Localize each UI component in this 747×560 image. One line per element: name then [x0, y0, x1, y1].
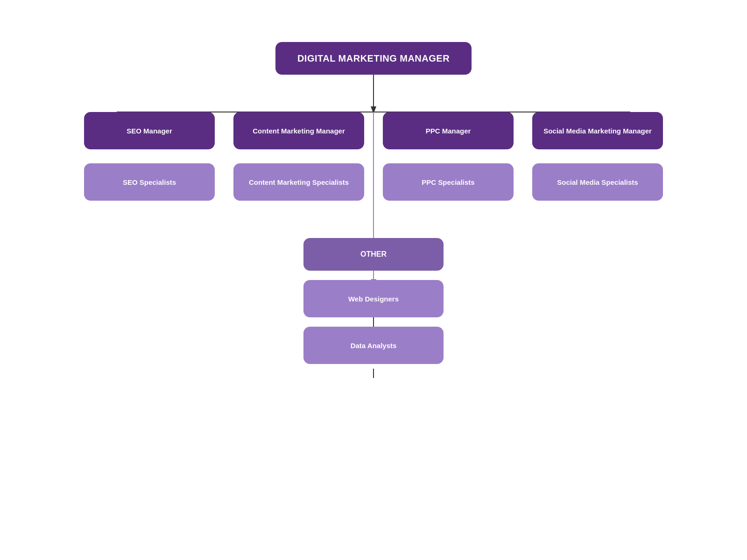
- level-specialists: SEO Specialists Content Marketing Specia…: [84, 163, 663, 201]
- ppc-specialists-node: PPC Specialists: [383, 163, 514, 201]
- content-marketing-manager-node: Content Marketing Manager: [233, 112, 364, 149]
- level-other: OTHER: [303, 238, 444, 271]
- level-web-designers: Web Designers: [303, 280, 444, 317]
- level-managers: SEO Manager Content Marketing Manager PP…: [84, 112, 663, 149]
- root-node: DIGITAL MARKETING MANAGER: [275, 42, 472, 75]
- level-data-analysts: Data Analysts: [303, 327, 444, 364]
- social-media-manager-node: Social Media Marketing Manager: [532, 112, 663, 149]
- org-chart: DIGITAL MARKETING MANAGER SEO Manager Co…: [47, 23, 700, 537]
- level-root: DIGITAL MARKETING MANAGER: [275, 42, 472, 75]
- seo-specialists-node: SEO Specialists: [84, 163, 215, 201]
- content-specialists-node: Content Marketing Specialists: [233, 163, 364, 201]
- social-media-specialists-node: Social Media Specialists: [532, 163, 663, 201]
- seo-manager-node: SEO Manager: [84, 112, 215, 149]
- data-analysts-node: Data Analysts: [303, 327, 444, 364]
- ppc-manager-node: PPC Manager: [383, 112, 514, 149]
- other-node: OTHER: [303, 238, 444, 271]
- web-designers-node: Web Designers: [303, 280, 444, 317]
